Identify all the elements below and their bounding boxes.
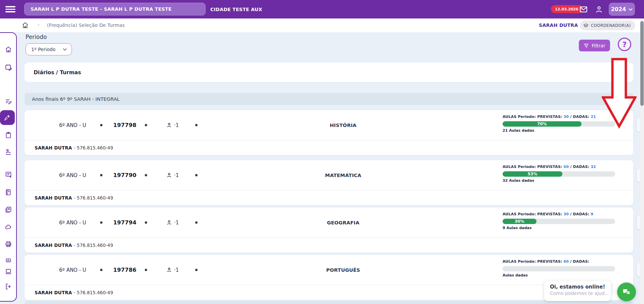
filter-funnel-icon bbox=[584, 43, 589, 48]
chat-launcher-button[interactable] bbox=[617, 283, 636, 301]
role-badge: COORDENADOR(A) bbox=[580, 20, 635, 30]
date-badge: 12.03.2026 bbox=[551, 5, 583, 13]
sidebar-item-messages[interactable] bbox=[4, 171, 12, 179]
diary-row[interactable]: 6º ANO - U 197786 ·1 PORTUGUÊS AULAS Per… bbox=[25, 255, 633, 300]
lessons-summary: AULAS Periodo: PREVISTAS: 60 / DADAS: 32 bbox=[503, 165, 615, 169]
lessons-summary: AULAS Periodo: PREVISTAS: 30 / DADAS: 21 bbox=[503, 115, 615, 119]
role-badge-label: COORDENADOR(A) bbox=[591, 23, 631, 28]
topbar: SARAH L P DUTRA TESTE - SARAH L P DUTRA … bbox=[0, 0, 644, 18]
lessons-stats: AULAS Periodo: PREVISTAS: 30 / DADAS: 21… bbox=[503, 115, 615, 133]
breadcrumb-page: (Frequência) Seleção De Turmas bbox=[47, 23, 125, 28]
sidebar-item-tools[interactable] bbox=[4, 114, 12, 122]
sidebar-item-journal[interactable] bbox=[4, 188, 12, 196]
page-title-card: Diários / Turmas bbox=[25, 62, 633, 82]
lessons-stats: AULAS Periodo: PREVISTAS: 30 / DADAS: 9 … bbox=[503, 212, 615, 230]
lessons-summary: AULAS Periodo: PREVISTAS: 60 / DADAS: bbox=[503, 259, 615, 264]
sidebar-item-student-desk[interactable] bbox=[4, 148, 12, 156]
sidebar-item-home[interactable] bbox=[4, 45, 12, 53]
user-icon[interactable] bbox=[594, 4, 604, 14]
chat-line1: Oi, estamos online! bbox=[550, 284, 611, 290]
page-title: Diários / Turmas bbox=[34, 70, 81, 76]
filter-button[interactable]: Filtrar bbox=[579, 40, 610, 51]
progress-bar: 53% bbox=[503, 171, 615, 177]
year-selector[interactable]: 2024 bbox=[609, 3, 635, 16]
progress-bar: 70% bbox=[503, 121, 615, 127]
sidebar-item-list-edit[interactable] bbox=[4, 97, 12, 105]
lessons-given-label: 9 Aulas dadas bbox=[503, 226, 615, 230]
section-header-matutino: Anos finais 6º 9º SARAH - MATUTINO bbox=[25, 301, 633, 304]
lessons-given-label: 32 Aulas dadas bbox=[503, 178, 615, 183]
sidebar-item-calendar-edit[interactable] bbox=[4, 63, 12, 71]
progress-fill: 30% bbox=[503, 219, 536, 224]
sidebar-item-logout[interactable] bbox=[4, 283, 12, 291]
hamburger-menu-icon[interactable] bbox=[5, 5, 15, 13]
help-glyph: ? bbox=[622, 40, 627, 49]
progress-fill: 53% bbox=[503, 171, 562, 177]
city-label: CIDADE TESTE AUX bbox=[210, 0, 262, 18]
teacher-doc: - 576.815.460-49 bbox=[74, 195, 113, 201]
teacher-doc: - 576.815.460-49 bbox=[74, 243, 113, 248]
scrollbar-thumb[interactable] bbox=[640, 21, 644, 106]
sidebar-item-cloud[interactable] bbox=[4, 223, 12, 231]
filter-button-label: Filtrar bbox=[592, 43, 605, 48]
graduation-cap-icon bbox=[583, 23, 589, 28]
period-select[interactable]: 1º Periodo bbox=[26, 43, 72, 55]
diary-row[interactable]: 6º ANO - U 197790 ·1 MATEMÁTICA AULAS Pe… bbox=[25, 160, 633, 205]
lessons-given-label: 21 Aulas dadas bbox=[503, 128, 615, 133]
sidebar-item-printer[interactable] bbox=[4, 240, 12, 248]
chevron-down-icon bbox=[63, 48, 67, 51]
teacher-name: SARAH DUTRA bbox=[35, 290, 72, 295]
lessons-given-label: Aulas dadas bbox=[503, 273, 615, 277]
teacher-name: SARAH DUTRA bbox=[35, 243, 72, 248]
progress-fill: 70% bbox=[503, 121, 582, 127]
teacher-row: SARAH DUTRA- 576.815.460-49 bbox=[25, 285, 633, 300]
diary-row[interactable]: 6º ANO - U 197794 ·1 GEOGRAFIA AULAS Per… bbox=[25, 208, 633, 253]
sidebar-item-documents[interactable] bbox=[4, 206, 12, 214]
sidebar bbox=[0, 32, 17, 302]
period-select-value: 1º Periodo bbox=[31, 47, 55, 52]
lessons-summary: AULAS Periodo: PREVISTAS: 30 / DADAS: 9 bbox=[503, 212, 615, 216]
progress-bar: 30% bbox=[503, 219, 615, 224]
school-selector-label: SARAH L P DUTRA TESTE - SARAH L P DUTRA … bbox=[31, 6, 172, 12]
teacher-name: SARAH DUTRA bbox=[35, 145, 72, 150]
school-selector[interactable]: SARAH L P DUTRA TESTE - SARAH L P DUTRA … bbox=[24, 3, 206, 15]
breadcrumb-chevron-icon: › bbox=[38, 22, 40, 27]
help-button[interactable]: ? bbox=[618, 38, 631, 51]
teacher-row: SARAH DUTRA- 576.815.460-49 bbox=[25, 237, 633, 253]
teacher-row: SARAH DUTRA- 576.815.460-49 bbox=[25, 140, 633, 155]
section-header-label: Anos finais 6º 9º SARAH - INTEGRAL bbox=[32, 96, 120, 102]
period-label: Periodo bbox=[26, 34, 47, 40]
progress-bar bbox=[503, 266, 615, 271]
teacher-name: SARAH DUTRA bbox=[35, 195, 72, 201]
lessons-stats: AULAS Periodo: PREVISTAS: 60 / DADAS: 32… bbox=[503, 165, 615, 183]
teacher-doc: - 576.815.460-49 bbox=[74, 290, 113, 295]
section-header-integral: Anos finais 6º 9º SARAH - INTEGRAL bbox=[25, 93, 633, 105]
breadcrumb-user-name: SARAH DUTRA bbox=[539, 23, 578, 28]
chat-widget-bubble[interactable]: Oi, estamos online! Como podemos te ajud… bbox=[544, 281, 611, 301]
chat-line2: Como podemos te ajud… bbox=[550, 291, 611, 296]
sidebar-item-clipboard[interactable] bbox=[4, 131, 12, 139]
sidebar-item-laptop[interactable] bbox=[4, 267, 12, 275]
mail-icon[interactable] bbox=[578, 4, 589, 14]
diary-row[interactable]: 6º ANO - U 197798 ·1 HISTÓRIA AULAS Peri… bbox=[25, 110, 633, 155]
sidebar-item-chart[interactable] bbox=[4, 257, 12, 265]
chat-bubbles-icon bbox=[622, 287, 631, 297]
breadcrumb: › (Frequência) Seleção De Turmas SARAH D… bbox=[0, 18, 644, 32]
app-screen: SARAH L P DUTRA TESTE - SARAH L P DUTRA … bbox=[0, 0, 644, 304]
year-selector-value: 2024 bbox=[611, 6, 626, 12]
scrollbar-track[interactable] bbox=[640, 18, 644, 304]
teacher-row: SARAH DUTRA- 576.815.460-49 bbox=[25, 190, 633, 205]
lessons-stats: AULAS Periodo: PREVISTAS: 60 / DADAS: Au… bbox=[503, 259, 615, 277]
chevron-down-icon bbox=[629, 8, 633, 11]
teacher-doc: - 576.815.460-49 bbox=[74, 145, 113, 150]
home-icon[interactable] bbox=[22, 21, 29, 30]
